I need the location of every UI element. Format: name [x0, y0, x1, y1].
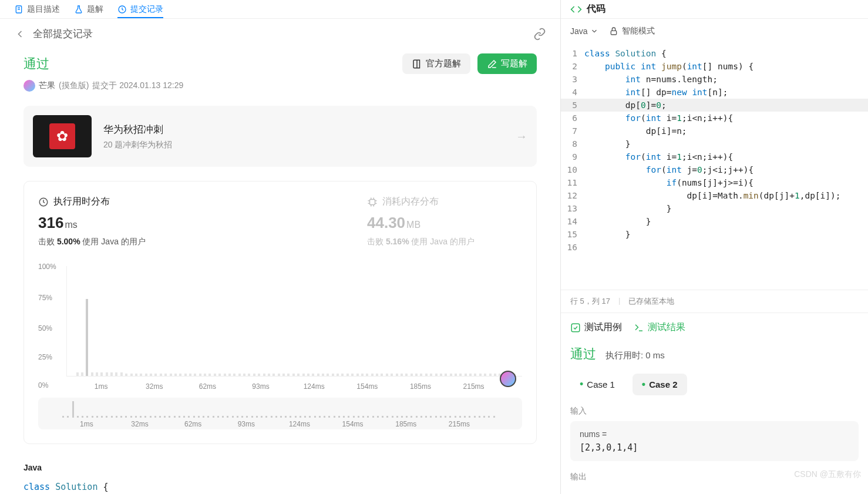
code-line[interactable]: 4 int[] dp=new int[n];: [561, 86, 868, 99]
chart-bar: [489, 374, 492, 376]
breadcrumb-row: 全部提交记录: [0, 19, 560, 49]
code-line[interactable]: 8 }: [561, 137, 868, 150]
promo-image: ✿: [33, 115, 92, 157]
chart-bar: [450, 374, 452, 376]
chart-bar: [332, 374, 334, 376]
memory-header[interactable]: 消耗内存分布: [367, 196, 560, 208]
code-line[interactable]: 14 }: [561, 215, 868, 228]
smart-mode-toggle[interactable]: 智能模式: [609, 26, 655, 36]
chart-bar: [268, 374, 270, 376]
chart-bar: [125, 374, 127, 376]
tab-solution[interactable]: 题解: [74, 4, 103, 15]
terminal-icon: [634, 322, 644, 333]
input-box[interactable]: nums = [2,3,0,1,4]: [570, 421, 859, 461]
chart-bar: [204, 374, 206, 376]
chart-bar: [145, 374, 147, 376]
language-selector[interactable]: Java: [570, 26, 598, 36]
chart-bar: [238, 374, 241, 376]
chart-bar: [91, 372, 93, 376]
chart-bar: [233, 374, 235, 376]
code-line[interactable]: 11 if(nums[j]+j>=i){: [561, 176, 868, 189]
code-line[interactable]: 3 int n=nums.length;: [561, 73, 868, 86]
official-solution-button[interactable]: 官方题解: [402, 53, 470, 74]
chart-bar: [86, 299, 88, 376]
tab-submissions[interactable]: 提交记录: [117, 4, 163, 18]
username[interactable]: 芒果: [39, 80, 55, 91]
tab-testcases[interactable]: 测试用例: [570, 321, 622, 334]
chart-bar: [184, 374, 187, 376]
history-icon: [117, 5, 127, 14]
runtime-header[interactable]: 执行用时分布: [38, 196, 261, 208]
code-line[interactable]: 16: [561, 241, 868, 254]
result-runtime: 执行用时: 0 ms: [605, 350, 665, 361]
case-1-tab[interactable]: Case 1: [570, 374, 624, 395]
chart-bar: [106, 372, 108, 376]
code-line[interactable]: 2 public int jump(int[] nums) {: [561, 60, 868, 73]
output-label: 输出: [570, 472, 859, 482]
chevron-right-icon: →: [516, 130, 527, 143]
code-line[interactable]: 10 for(int j=0;j<i;j++){: [561, 163, 868, 176]
avatar[interactable]: [23, 80, 35, 92]
chart-bar: [170, 374, 172, 376]
write-solution-button[interactable]: 写题解: [477, 53, 537, 74]
code-line[interactable]: 7 dp[i]=n;: [561, 125, 868, 137]
chart-bar: [435, 374, 438, 376]
promo-title: 华为秋招冲刺: [103, 123, 504, 136]
chart-bar: [179, 374, 181, 376]
chart-bar: [411, 374, 413, 376]
chart-bar: [224, 374, 226, 376]
result-pane: 通过 执行用时: 0 ms Case 1 Case 2 输入 nums = [2…: [561, 342, 868, 494]
chart-bar: [278, 374, 280, 376]
book-icon: [412, 59, 422, 69]
chart-bar: [292, 374, 295, 376]
status-pass: 通过: [23, 55, 49, 73]
breadcrumb-label[interactable]: 全部提交记录: [33, 27, 93, 41]
input-label: 输入: [570, 406, 859, 416]
chart-bar: [208, 374, 211, 376]
promo-card[interactable]: ✿ 华为秋招冲刺 20 题冲刺华为秋招 →: [23, 106, 537, 167]
svg-rect-6: [571, 324, 580, 332]
chart-bar: [164, 374, 167, 376]
top-tabs: 题目描述 题解 提交记录: [0, 0, 560, 19]
runtime-beat: 击败 5.00% 使用 Java 的用户: [38, 237, 261, 247]
chart-bar: [361, 374, 364, 376]
chart-bar: [455, 374, 457, 376]
link-icon[interactable]: [533, 28, 546, 41]
chart-bar: [440, 374, 442, 376]
code-line[interactable]: 6 for(int i=1;i<n;i++){: [561, 112, 868, 125]
svg-rect-4: [370, 199, 375, 204]
memory-value: 44.30MB: [367, 214, 560, 232]
case-2-tab[interactable]: Case 2: [633, 374, 687, 395]
runtime-chart[interactable]: 100% 75% 50% 25% 0% 1ms 32ms 62ms 93ms 1…: [38, 261, 522, 391]
chart-bar: [115, 372, 117, 376]
result-tabs: 测试用例 测试结果: [561, 312, 868, 342]
lock-icon: [609, 26, 618, 36]
code-line[interactable]: 5 dp[0]=0;: [561, 99, 868, 112]
chart-bar: [337, 374, 339, 376]
edit-icon: [487, 59, 497, 69]
flask-icon: [74, 5, 83, 14]
code-line[interactable]: 1class Solution {: [561, 47, 868, 60]
tab-description[interactable]: 题目描述: [14, 4, 60, 15]
chart-bar: [189, 374, 191, 376]
chart-bar: [297, 374, 300, 376]
doc-icon: [14, 5, 23, 14]
code-line[interactable]: 15 }: [561, 228, 868, 241]
save-status: 已存储至本地: [628, 296, 674, 307]
chart-bar: [474, 374, 476, 376]
chart-bar: [228, 374, 231, 376]
runtime-minimap[interactable]: 1ms 32ms 62ms 93ms 124ms 154ms 185ms 215…: [38, 398, 522, 429]
user-marker-icon: [500, 371, 516, 387]
code-line[interactable]: 9 for(int i=1;i<n;i++){: [561, 150, 868, 163]
tab-testresults[interactable]: 测试结果: [634, 321, 685, 334]
code-editor[interactable]: 1class Solution {2 public int jump(int[]…: [561, 43, 868, 290]
chart-bar: [287, 374, 290, 376]
memory-beat: 击败 5.16% 使用 Java 的用户: [367, 237, 560, 247]
code-line[interactable]: 12 dp[i]=Math.min(dp[j]+1,dp[i]);: [561, 189, 868, 202]
back-arrow-icon[interactable]: [14, 28, 26, 40]
code-line[interactable]: 13 }: [561, 202, 868, 215]
cursor-position: 行 5，列 17: [570, 296, 610, 307]
chart-bar: [425, 374, 428, 376]
chart-bar: [307, 374, 309, 376]
runtime-value: 316ms: [38, 214, 261, 232]
